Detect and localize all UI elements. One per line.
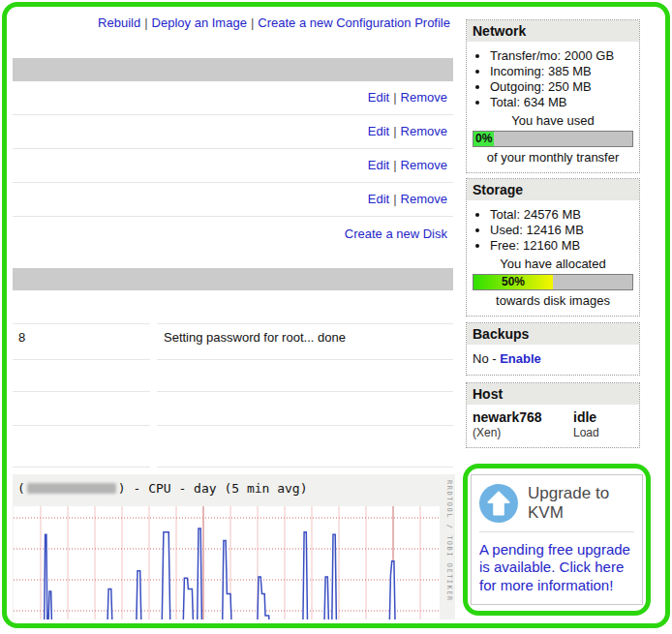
cpu-plot bbox=[14, 506, 440, 619]
rrdtool-watermark: RRDTOOL / TOBI OETIKER bbox=[445, 480, 453, 602]
job-row bbox=[13, 360, 453, 392]
backups-panel: Backups No - Enable bbox=[466, 322, 640, 376]
storage-stats-list: Total: 24576 MB Used: 12416 MB Free: 121… bbox=[471, 207, 635, 253]
usage-caption: of your monthly transfer bbox=[471, 150, 635, 165]
job-message-cell bbox=[157, 290, 453, 324]
network-stats-list: Transfer/mo: 2000 GB Incoming: 385 MB Ou… bbox=[471, 48, 635, 109]
panel-title-backups: Backups bbox=[467, 323, 639, 345]
remove-link[interactable]: Remove bbox=[401, 158, 447, 172]
edit-link[interactable]: Edit bbox=[368, 124, 389, 138]
cpu-graph: () - CPU - day (5 min avg) RRDTOOL / TOB… bbox=[13, 474, 455, 619]
config-row: Edit|Remove bbox=[13, 81, 453, 115]
kvm-upgrade-header: Upgrade to KVM bbox=[479, 484, 634, 532]
link-separator: | bbox=[389, 124, 400, 138]
up-arrow-icon bbox=[479, 484, 518, 523]
usage-caption: You have allocated bbox=[471, 257, 635, 271]
enable-backups-link[interactable]: Enable bbox=[500, 351, 541, 366]
progress-fill: 0% bbox=[473, 132, 494, 146]
usage-caption: You have used bbox=[471, 113, 635, 128]
progress-fill: 50% bbox=[473, 275, 553, 289]
storage-panel: Storage Total: 24576 MB Used: 12416 MB F… bbox=[466, 178, 640, 317]
disk-row: Edit|Remove bbox=[13, 183, 453, 217]
job-row bbox=[13, 290, 453, 324]
job-id-cell: 8 bbox=[13, 324, 150, 360]
link-separator: | bbox=[389, 158, 400, 172]
job-row bbox=[13, 392, 453, 426]
host-name: newark768 bbox=[473, 409, 573, 425]
graph-title: () - CPU - day (5 min avg) bbox=[13, 474, 455, 496]
redacted-hostname bbox=[27, 483, 116, 494]
kvm-upgrade-title: Upgrade to KVM bbox=[528, 484, 634, 522]
create-config-profile-link[interactable]: Create a new Configuration Profile bbox=[258, 15, 450, 30]
kvm-upgrade-highlight: Upgrade to KVM A pending free upgrade is… bbox=[463, 464, 651, 616]
disk-row: Edit|Remove bbox=[13, 149, 453, 183]
job-row: 8 Setting password for root... done bbox=[13, 324, 453, 360]
job-message-cell bbox=[157, 426, 453, 468]
storage-progress-bar: 50% bbox=[473, 274, 633, 290]
job-message-cell: Setting password for root... done bbox=[157, 324, 453, 360]
edit-link[interactable]: Edit bbox=[368, 90, 389, 105]
host-status: idle bbox=[573, 409, 633, 425]
section-header-bar-config bbox=[13, 58, 453, 81]
kvm-upgrade-panel[interactable]: Upgrade to KVM A pending free upgrade is… bbox=[471, 474, 643, 605]
rebuild-link[interactable]: Rebuild bbox=[98, 15, 140, 30]
stat-item: Total: 24576 MB bbox=[490, 207, 635, 222]
job-id-cell bbox=[13, 426, 150, 468]
job-id-cell bbox=[13, 360, 150, 392]
stat-item: Free: 12160 MB bbox=[490, 238, 635, 253]
job-id-cell bbox=[13, 290, 150, 324]
stat-item: Outgoing: 250 MB bbox=[490, 79, 635, 94]
create-disk-row: Create a new Disk bbox=[13, 217, 453, 252]
link-separator: | bbox=[389, 192, 400, 206]
job-id-cell bbox=[13, 392, 150, 426]
progress-label: 0% bbox=[473, 132, 494, 146]
panel-title-storage: Storage bbox=[467, 179, 639, 200]
progress-label: 50% bbox=[473, 275, 553, 289]
link-separator: | bbox=[140, 15, 151, 30]
stat-item: Transfer/mo: 2000 GB bbox=[490, 48, 635, 63]
stat-item: Used: 12416 MB bbox=[490, 223, 635, 237]
toolbar: Rebuild|Deploy an Image|Create a new Con… bbox=[13, 15, 450, 30]
panel-title-host: Host bbox=[467, 383, 639, 405]
usage-caption: towards disk images bbox=[471, 293, 635, 308]
network-panel: Network Transfer/mo: 2000 GB Incoming: 3… bbox=[466, 19, 640, 173]
stat-item: Incoming: 385 MB bbox=[490, 64, 635, 78]
job-row bbox=[13, 426, 453, 468]
kvm-upgrade-link[interactable]: A pending free upgrade is available. Cli… bbox=[479, 532, 634, 594]
host-load-label: Load bbox=[573, 426, 633, 439]
link-separator: | bbox=[247, 15, 258, 30]
transfer-progress-bar: 0% bbox=[473, 131, 633, 147]
job-message-cell bbox=[157, 360, 453, 392]
job-message-cell bbox=[157, 392, 453, 426]
stat-item: Total: 634 MB bbox=[490, 95, 635, 109]
host-virt-type: (Xen) bbox=[473, 426, 573, 439]
cpu-plot-svg bbox=[14, 506, 440, 619]
disk-row: Edit|Remove bbox=[13, 115, 453, 149]
edit-link[interactable]: Edit bbox=[368, 158, 389, 172]
remove-link[interactable]: Remove bbox=[401, 124, 447, 138]
create-disk-link[interactable]: Create a new Disk bbox=[345, 226, 447, 241]
deploy-image-link[interactable]: Deploy an Image bbox=[152, 15, 247, 30]
link-separator: | bbox=[389, 90, 400, 105]
remove-link[interactable]: Remove bbox=[401, 90, 447, 105]
backups-status: No - bbox=[473, 351, 500, 366]
panel-title-network: Network bbox=[467, 20, 639, 42]
section-header-bar-jobs bbox=[13, 268, 453, 290]
remove-link[interactable]: Remove bbox=[401, 192, 447, 206]
edit-link[interactable]: Edit bbox=[368, 192, 389, 206]
host-panel: Host newark768 (Xen) idle Load bbox=[466, 382, 640, 448]
